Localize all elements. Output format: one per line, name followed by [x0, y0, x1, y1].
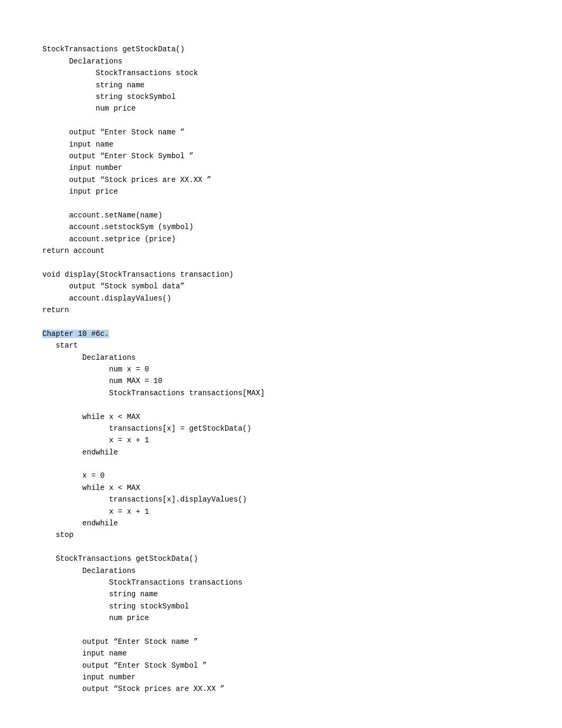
line-10: input number	[42, 163, 122, 172]
line-33: x = x + 1	[42, 507, 149, 516]
line-29: endwhile	[42, 448, 118, 457]
line-32: transactions[x].displayValues()	[42, 495, 247, 504]
line-12: input price	[42, 187, 118, 196]
line-20: return	[42, 306, 69, 314]
line-11: output “Stock prices are XX.XX ”	[42, 176, 211, 184]
line-41: num price	[42, 614, 149, 622]
line-8: input name	[42, 140, 113, 149]
line-27: transactions[x] = getStockData()	[42, 424, 251, 433]
line-3: StockTransactions stock	[42, 69, 198, 77]
line-5: string stockSymbol	[42, 93, 176, 101]
line-2: Declarations	[42, 57, 122, 66]
line-44: output “Enter Stock Symbol ”	[42, 661, 207, 670]
code-content: StockTransactions getStockData() Declara…	[42, 32, 520, 695]
line-31: while x < MAX	[42, 484, 140, 492]
line-13: account.setName(name)	[42, 211, 162, 220]
line-22: Declarations	[42, 353, 135, 362]
line-38: StockTransactions transactions	[42, 578, 242, 587]
line-1: StockTransactions getStockData()	[42, 45, 185, 53]
line-24: num MAX = 10	[42, 377, 162, 385]
line-16: return account	[42, 247, 105, 255]
line-14: account.setstockSym (symbol)	[42, 223, 194, 231]
line-23: num x = 0	[42, 365, 149, 374]
line-15: account.setprice (price)	[42, 235, 176, 243]
line-43: input name	[42, 649, 127, 658]
line-30: x = 0	[42, 471, 105, 480]
line-34: endwhile	[42, 519, 118, 527]
line-9: output “Enter Stock Symbol ”	[42, 152, 194, 160]
line-4: string name	[42, 81, 144, 89]
line-45: input number	[42, 673, 135, 681]
line-21: start	[42, 341, 78, 350]
line-19: account.displayValues()	[42, 294, 171, 303]
line-35: stop	[42, 531, 74, 539]
line-46: output “Stock prices are XX.XX ”	[42, 685, 224, 693]
line-25: StockTransactions transactions[MAX]	[42, 389, 265, 397]
line-17: void display(StockTransactions transacti…	[42, 270, 233, 279]
line-28: x = x + 1	[42, 436, 149, 444]
line-40: string stockSymbol	[42, 602, 189, 611]
line-39: string name	[42, 590, 158, 598]
chapter-heading: Chapter 10 #6c.	[42, 330, 109, 338]
line-7: output “Enter Stock name ”	[42, 128, 185, 136]
line-42: output “Enter Stock name ”	[42, 638, 198, 646]
line-36: StockTransactions getStockData()	[42, 554, 198, 563]
line-26: while x < MAX	[42, 413, 140, 421]
line-6: num price	[42, 104, 135, 113]
line-18: output “Stock symbol data”	[42, 282, 185, 290]
line-37: Declarations	[42, 567, 135, 575]
